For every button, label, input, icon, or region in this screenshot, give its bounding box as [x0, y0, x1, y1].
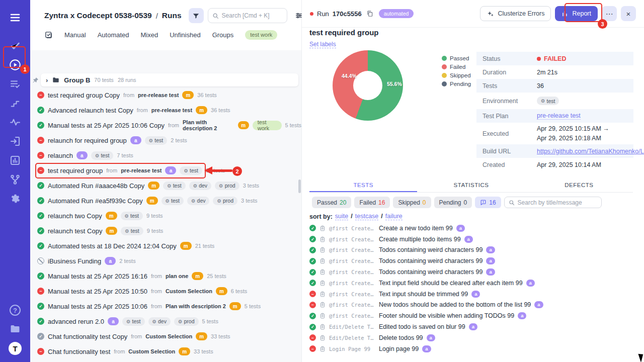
source-plan-name[interactable]: Custom Selection — [128, 348, 175, 354]
group-runs-count: 28 runs — [118, 77, 136, 83]
run-row[interactable]: −test required groupfrompre-release test… — [30, 163, 301, 178]
donut-hole — [353, 71, 382, 100]
tab-automated[interactable]: Automated — [98, 31, 129, 39]
test-row[interactable]: −@first Create…New todos should be added… — [309, 300, 630, 311]
run-row[interactable]: ✓Automated Run #ea5f939c Copym⚙test⚙dev⚙… — [30, 193, 301, 208]
legend-item-skipped[interactable]: Skipped — [442, 72, 471, 78]
folder-projects-icon[interactable] — [9, 323, 21, 335]
run-row[interactable]: ✓relaunch two Copym⚙test9 tests — [30, 208, 301, 223]
test-row[interactable]: −@first Create…Text input should be trim… — [309, 289, 630, 300]
pin-icon[interactable] — [32, 76, 39, 84]
select-runs-icon[interactable] — [44, 31, 53, 39]
tests-search[interactable] — [504, 197, 602, 208]
list-check-icon[interactable] — [6, 74, 25, 94]
report-button[interactable]: Report — [555, 6, 598, 21]
filter-chip-pending[interactable]: Pending0 — [434, 197, 472, 208]
source-plan-name[interactable]: Plan with description 2 — [183, 119, 234, 131]
run-row[interactable]: −Manual tests at 25 Apr 2025 10:50fromCu… — [30, 284, 301, 299]
build-url-link[interactable]: https://github.com/TetianaKhomenko/Lo... — [537, 148, 644, 155]
close-detail-button[interactable]: × — [621, 6, 636, 21]
sort-link-suite[interactable]: suite — [335, 213, 348, 220]
run-row[interactable]: −test required group Copyfrompre-release… — [30, 87, 301, 103]
run-type-badge: a — [76, 151, 88, 159]
project-title: Zyntra x Codecept 0538-0539 — [44, 11, 152, 20]
tab-manual[interactable]: Manual — [64, 31, 86, 39]
pulse-icon[interactable] — [6, 113, 25, 132]
source-plan-name[interactable]: Custom Selection — [145, 333, 192, 339]
source-plan-name[interactable]: Custom Selection — [166, 288, 212, 294]
filter-chip-failed[interactable]: Failed16 — [354, 197, 390, 208]
source-plan-name[interactable]: plan one — [166, 273, 188, 279]
test-plan-link[interactable]: pre-release test — [537, 112, 581, 120]
test-suite-name: @first Create… — [329, 291, 375, 297]
test-row[interactable]: ✓@first Create…Todos containing weird ch… — [309, 245, 630, 256]
source-plan-name[interactable]: pre-release test — [121, 167, 162, 173]
chevron-right-icon[interactable]: › — [46, 76, 48, 84]
test-row[interactable]: ✓@first Create…Footer should be visible … — [309, 310, 630, 321]
test-row[interactable]: ✓Edit/Delete T…Edited todo is saved on b… — [309, 321, 630, 332]
tab-unfinished[interactable]: Unfinished — [170, 31, 200, 39]
run-row[interactable]: ✓Automated Run #aaace48b Copym⚙test⚙dev⚙… — [30, 178, 301, 193]
test-row[interactable]: −Login Page 99Login page 99a — [309, 343, 630, 354]
run-row[interactable]: ✓relaunch test Copym⚙test9 tests — [30, 223, 301, 238]
steps-icon[interactable] — [6, 94, 25, 113]
runs-play-circle-icon[interactable] — [6, 55, 25, 74]
tests-search-input[interactable] — [518, 199, 597, 206]
test-row[interactable]: ✓@first Create…Create a new todo item 99… — [309, 223, 630, 234]
import-icon[interactable] — [6, 132, 25, 151]
tab-defects[interactable]: DEFECTS — [525, 178, 633, 192]
test-row[interactable]: −Edit/Delete T…Delete todos 99a — [309, 332, 630, 343]
filter-chip-passed[interactable]: Passed20 — [312, 197, 351, 208]
filter-chip-skipped[interactable]: Skipped0 — [393, 197, 431, 208]
tab-statistics[interactable]: STATISTICS — [417, 178, 525, 192]
test-row[interactable]: ✓@first Create…Create multiple todo item… — [309, 234, 630, 245]
source-plan-name[interactable]: pre-release test — [138, 92, 179, 98]
tab-groups[interactable]: Groups — [212, 31, 234, 39]
copy-run-id-button[interactable] — [366, 10, 373, 17]
avatar[interactable]: T — [9, 342, 22, 355]
left-scrollbar-thumb[interactable] — [298, 179, 301, 193]
status-passed-icon: ✓ — [37, 303, 44, 310]
run-row[interactable]: −relauncha⚙test7 tests — [30, 148, 301, 163]
label-filter-test-work[interactable]: test work — [245, 30, 277, 40]
more-button[interactable]: ⋯ — [602, 6, 617, 21]
tasks-check-icon[interactable] — [6, 36, 25, 55]
test-row[interactable]: ✓@first Create…Todos containing weird ch… — [309, 266, 630, 278]
comments-filter-chip[interactable]: 16 — [475, 197, 501, 208]
test-row[interactable]: ✓@first Create…Text input field should b… — [309, 278, 630, 289]
set-labels-link[interactable]: Set labels — [309, 41, 336, 48]
run-row[interactable]: ✓Manual tests at 25 Apr 2025 16:16frompl… — [30, 268, 301, 284]
run-row[interactable]: ✓Manual tests at 25 Apr 2025 10:06 Copyf… — [30, 118, 301, 133]
search-input[interactable] — [222, 12, 283, 19]
gear-icon[interactable] — [6, 189, 25, 208]
source-plan-name[interactable]: Plan with description 2 — [166, 303, 226, 309]
runs-search[interactable] — [208, 8, 287, 23]
legend-item-pending[interactable]: Pending — [442, 81, 471, 87]
test-row[interactable]: ✓@first Create…Todos containing weird ch… — [309, 255, 630, 266]
tab-mixed[interactable]: Mixed — [141, 31, 158, 39]
legend-item-passed[interactable]: Passed — [442, 55, 471, 61]
bar-chart-box-icon[interactable] — [6, 151, 25, 170]
clusterize-errors-button[interactable]: Clusterize Errors — [480, 6, 551, 21]
run-row[interactable]: ✓Advanced relaunch test Copyfrompre-rele… — [30, 103, 301, 118]
sort-link-testcase[interactable]: testcase — [355, 213, 379, 220]
run-row[interactable]: −relaunch for required groupa⚙test2 test… — [30, 133, 301, 148]
clipboard-icon — [319, 313, 326, 319]
run-row[interactable]: iBusiness Fundinga2 tests — [30, 253, 301, 268]
source-plan-name[interactable]: pre-release test — [151, 107, 192, 113]
info-value: 36 — [537, 82, 544, 89]
run-row[interactable]: −Chat functionality testfromCustom Selec… — [30, 344, 301, 359]
run-row[interactable]: ✓advanced rerun 2.0a⚙test⚙dev⚙prod5 test… — [30, 314, 301, 329]
branch-icon[interactable] — [6, 170, 25, 189]
help-icon[interactable]: ? — [10, 305, 21, 316]
menu-icon[interactable] — [6, 8, 25, 27]
group-card[interactable]: › Group B 70 tests 28 runs — [41, 73, 298, 86]
clusterize-errors-label: Clusterize Errors — [498, 10, 544, 17]
run-row[interactable]: ✓Automated tests at 18 Dec 2024 12:04 Co… — [30, 238, 301, 253]
run-row[interactable]: ✓Chat functionality test CopyfromCustom … — [30, 329, 301, 344]
tab-tests[interactable]: TESTS — [309, 178, 417, 192]
sort-link-failure[interactable]: failure — [385, 213, 403, 220]
legend-item-failed[interactable]: Failed — [442, 64, 471, 70]
filter-button[interactable] — [189, 8, 204, 23]
run-row[interactable]: ✓Manual tests at 25 Apr 2025 10:06fromPl… — [30, 299, 301, 314]
